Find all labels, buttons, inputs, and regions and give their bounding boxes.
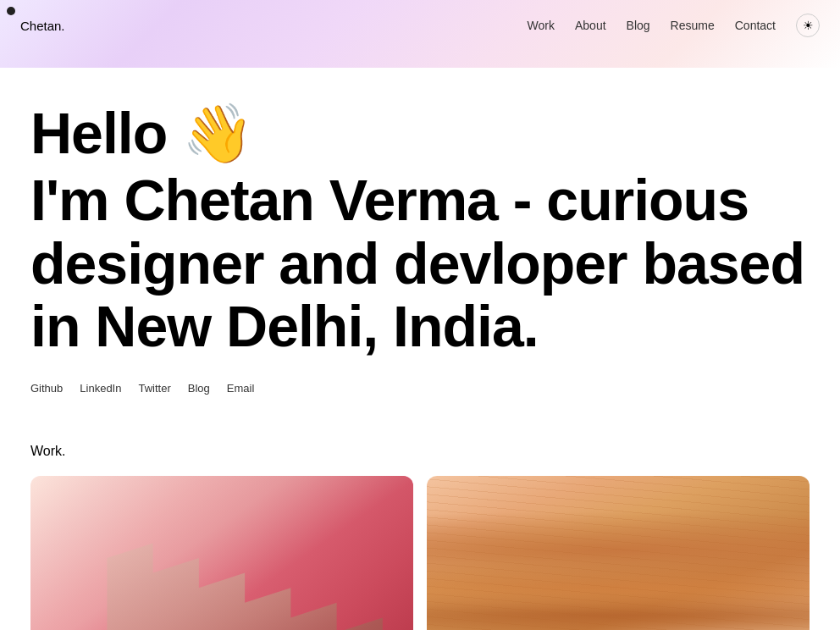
linkedin-link[interactable]: LinkedIn: [80, 382, 121, 395]
hero-tagline: I'm Chetan Verma - curious designer and …: [30, 169, 810, 358]
work-card-stairs[interactable]: [30, 476, 413, 630]
navbar: Chetan. Work About Blog Resume Contact ☀: [0, 0, 840, 51]
nav-link-blog[interactable]: Blog: [627, 19, 650, 32]
email-link[interactable]: Email: [227, 382, 255, 395]
nav-link-contact[interactable]: Contact: [735, 19, 776, 32]
work-card-sand[interactable]: [427, 476, 810, 630]
work-heading: Work.: [0, 444, 840, 459]
social-links: Github LinkedIn Twitter Blog Email: [30, 382, 810, 395]
main-content: Hello 👋 I'm Chetan Verma - curious desig…: [0, 0, 840, 630]
nav-link-resume[interactable]: Resume: [671, 19, 715, 32]
nav-link-about[interactable]: About: [575, 19, 606, 32]
sun-icon: ☀: [803, 19, 814, 32]
nav-links: Work About Blog Resume Contact ☀: [528, 14, 820, 37]
blog-link[interactable]: Blog: [188, 382, 210, 395]
nav-logo[interactable]: Chetan.: [20, 19, 65, 33]
github-link[interactable]: Github: [30, 382, 63, 395]
work-grid: [0, 476, 840, 630]
top-dot: [7, 7, 15, 15]
twitter-link[interactable]: Twitter: [138, 382, 170, 395]
hero-section: Hello 👋 I'm Chetan Verma - curious desig…: [0, 68, 840, 444]
nav-link-work[interactable]: Work: [528, 19, 555, 32]
theme-toggle-button[interactable]: ☀: [796, 14, 820, 37]
hero-greeting: Hello 👋: [30, 102, 810, 165]
